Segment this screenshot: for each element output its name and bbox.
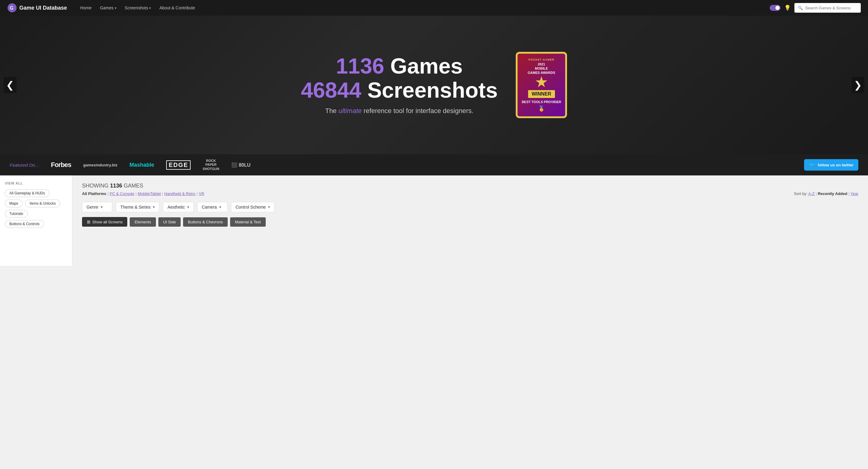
screen-tab-show-all[interactable]: ⊞ Show all Screens [82,217,127,227]
games-chevron-icon: ▾ [115,6,116,10]
nav-games[interactable]: Games ▾ [96,4,120,12]
filters-row: Genre ▾ Theme & Series ▾ Aesthetic ▾ Cam… [82,202,858,212]
ultimate-text: ultimate [338,107,362,114]
nav-home[interactable]: Home [76,4,95,12]
rps-logo: ROCK PAPER SHOTGUN [203,159,219,171]
aesthetic-label: Aesthetic [167,205,185,209]
featured-on-label: Featured On... [10,163,39,168]
hero-prev-button[interactable]: ❮ [4,77,17,93]
logo-text: Game UI Database [19,5,67,11]
platforms-row: All Platforms | PC & Console | Mobile/Ta… [82,191,858,196]
platform-vr[interactable]: VR [199,191,204,196]
control-scheme-filter[interactable]: Control Scheme ▾ [231,202,275,212]
sort-recently-added[interactable]: Recently Added [818,191,847,196]
platform-all[interactable]: All Platforms [82,191,106,196]
laurel-icon: 🏅 [538,105,545,112]
twitter-label: follow us on twitter [818,163,854,167]
hero-section: ❮ 1136 Games 46844 Screenshots The ultim… [0,16,868,154]
elements-label: Elements [134,220,151,224]
twitter-follow-button[interactable]: 🐦 follow us on twitter [804,159,858,171]
platform-filter-links: All Platforms | PC & Console | Mobile/Ta… [82,191,204,196]
sidebar-title: VIEW ALL [5,181,67,185]
platform-pc-console[interactable]: PC & Console [110,191,134,196]
award-badge: POCKET GAMER 2021 MOBILE GAMES AWARDS WI… [516,52,567,118]
winner-label: WINNER [528,90,555,98]
platform-handheld[interactable]: Handheld & Retro [164,191,195,196]
hero-text-block: 1136 Games 46844 Screenshots The ultimat… [301,54,498,115]
genre-filter-label: Genre [87,205,98,209]
site-logo[interactable]: G Game UI Database [7,3,67,13]
award-games: GAMES AWARDS [528,71,555,74]
control-caret-icon: ▾ [268,205,270,209]
award-year: 2021 [538,62,545,66]
genre-filter[interactable]: Genre ▾ [82,202,112,212]
twitter-bird-icon: 🐦 [809,162,815,168]
screenshots-chevron-icon: ▾ [149,6,151,10]
svg-text:G: G [10,5,13,10]
nav-about[interactable]: About & Contribute [156,4,198,12]
nav-screenshots[interactable]: Screenshots ▾ [121,4,155,12]
screen-tab-elements[interactable]: Elements [130,217,156,227]
sidebar-tag-tutorials[interactable]: Tutorials [5,210,28,217]
hero-subtitle: The ultimate reference tool for interfac… [301,106,498,116]
hero-title: 1136 Games 46844 Screenshots [301,54,498,102]
main-area: VIEW ALL All Gameplay & HUDs Maps Items … [0,175,868,266]
logo-icon: G [7,3,17,13]
sidebar: VIEW ALL All Gameplay & HUDs Maps Items … [0,175,72,266]
navbar: G Game UI Database Home Games ▾ Screensh… [0,0,868,16]
search-icon: 🔍 [798,6,803,10]
screenshots-count: 46844 [301,78,361,102]
games-count-display: 1136 [110,183,122,189]
bolu-logo: ⬛ 80LU [231,162,251,168]
nav-right-controls: 💡 🔍 [770,3,861,13]
camera-filter[interactable]: Camera ▾ [197,202,227,212]
theme-caret-icon: ▾ [153,205,155,209]
sidebar-tag-items[interactable]: Items & Unlocks [25,200,60,207]
games-count: 1136 [336,54,384,78]
screenshots-label: Screenshots [367,78,498,102]
screen-tabs: ⊞ Show all Screens Elements UI Side Butt… [82,217,858,227]
forbes-logo: Forbes [51,161,71,169]
pg-logo: POCKET GAMER [528,58,554,61]
buttons-chevrons-label: Buttons & Chevrons [188,220,223,224]
edge-logo: EDGE [166,160,191,170]
screen-tab-material-text[interactable]: Material & Text [230,217,266,227]
ui-side-label: UI Side [163,220,176,224]
sidebar-tag-buttons[interactable]: Buttons & Controls [5,220,44,228]
screen-tab-ui-side[interactable]: UI Side [158,217,181,227]
show-all-label: Show all Screens [92,220,122,224]
games-label: Games [390,54,463,78]
sidebar-tag-gameplay[interactable]: All Gameplay & HUDs [5,189,50,197]
screen-tab-buttons-chevrons[interactable]: Buttons & Chevrons [183,217,228,227]
material-text-label: Material & Text [235,220,261,224]
camera-caret-icon: ▾ [219,205,221,209]
control-scheme-label: Control Scheme [236,205,266,209]
sidebar-tag-maps[interactable]: Maps [5,200,23,207]
theme-series-filter[interactable]: Theme & Series ▾ [116,202,159,212]
light-bulb-icon[interactable]: 💡 [784,4,791,11]
search-input[interactable] [805,6,857,10]
nav-links: Home Games ▾ Screenshots ▾ About & Contr… [76,4,770,12]
award-star-icon [535,76,548,88]
featured-logos: Forbes gamesindustry.biz Mashable EDGE R… [51,159,792,171]
mashable-logo: Mashable [129,162,154,168]
genre-caret-icon: ▾ [101,205,102,209]
award-mobile: MOBILE [535,67,548,70]
gamesindustry-logo: gamesindustry.biz [83,163,117,167]
sort-az[interactable]: A-Z [808,191,815,196]
content-area: SHOWING 1136 GAMES All Platforms | PC & … [72,175,868,266]
hero-next-button[interactable]: ❯ [851,77,864,93]
show-all-icon: ⊞ [87,220,91,224]
sidebar-tags: All Gameplay & HUDs Maps Items & Unlocks… [5,189,67,228]
camera-label: Camera [202,205,217,209]
featured-bar: Featured On... Forbes gamesindustry.biz … [0,154,868,175]
search-box[interactable]: 🔍 [795,3,861,13]
sort-year[interactable]: Year [850,191,858,196]
aesthetic-caret-icon: ▾ [187,205,189,209]
aesthetic-filter[interactable]: Aesthetic ▾ [163,202,194,212]
hero-content: 1136 Games 46844 Screenshots The ultimat… [301,52,567,118]
dark-mode-toggle[interactable] [770,5,780,11]
platform-mobile[interactable]: Mobile/Tablet [138,191,161,196]
best-tools-label: BEST TOOLS PROVIDER [522,100,561,104]
sort-row: Sort by: A-Z | Recently Added | Year [794,191,858,196]
